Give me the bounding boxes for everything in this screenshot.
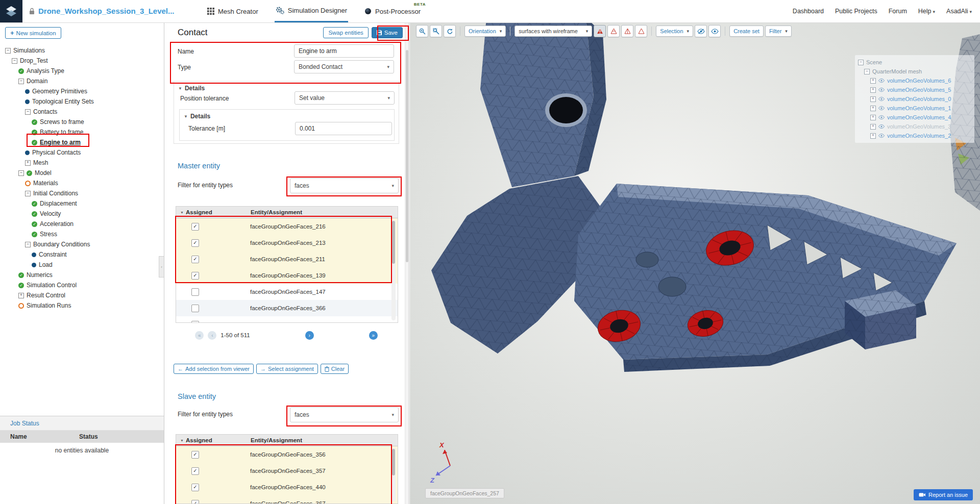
tree-item-label[interactable]: Numerics — [27, 271, 53, 279]
tree-item-model[interactable]: −✓Model — [0, 168, 164, 178]
nav-public-projects[interactable]: Public Projects — [835, 8, 877, 15]
orientation-dropdown[interactable]: Orientation▾ — [464, 26, 506, 37]
table-scrollbar[interactable] — [391, 448, 396, 501]
tree-item-label[interactable]: Geometry Primitives — [32, 88, 87, 95]
entity-checkbox[interactable]: ✓ — [191, 256, 199, 263]
filter-dropdown[interactable]: Filter▾ — [765, 26, 792, 37]
tree-item-screws-to-frame[interactable]: ✓Screws to frame — [0, 117, 164, 127]
entity-checkbox[interactable]: ✓ — [191, 467, 199, 475]
tree-item-label[interactable]: Analysis Type — [27, 67, 64, 74]
hide-selection-button[interactable] — [695, 25, 707, 37]
tree-item-label[interactable]: Mesh — [33, 159, 48, 166]
slave-filter-select[interactable]: faces▾ — [290, 407, 399, 422]
save-button[interactable]: Save — [372, 27, 403, 38]
tree-item-simulations[interactable]: −Simulations — [0, 45, 164, 56]
eye-icon[interactable] — [878, 97, 885, 101]
eye-icon[interactable] — [878, 88, 885, 92]
tree-item-label[interactable]: Displacement — [40, 200, 77, 207]
scene-volume-item[interactable]: +volumeOnGeoVolumes_3 — [858, 122, 971, 131]
tree-item-label[interactable]: Engine to arm — [40, 139, 81, 146]
tree-item-label[interactable]: Battery to frame — [40, 129, 83, 136]
tree-item-geometry-primitives[interactable]: Geometry Primitives — [0, 86, 164, 96]
tree-item-physical-contacts[interactable]: Physical Contacts — [0, 147, 164, 158]
eye-icon[interactable] — [878, 115, 885, 119]
sort-desc-icon[interactable]: ▼ — [180, 211, 184, 214]
entity-checkbox[interactable] — [191, 321, 199, 323]
report-issue-button[interactable]: Report an issue — [914, 489, 973, 500]
tolerance-input[interactable] — [295, 122, 392, 135]
entity-checkbox[interactable]: ✓ — [191, 500, 199, 504]
add-selection-button[interactable]: ← Add selection from viewer — [174, 364, 254, 374]
tree-item-displacement[interactable]: ✓Displacement — [0, 198, 164, 209]
tree-item-label[interactable]: Boundary Conditions — [33, 241, 90, 248]
scene-volume-item[interactable]: +volumeOnGeoVolumes_1 — [858, 104, 971, 113]
tree-item-label[interactable]: Simulation Runs — [27, 302, 71, 309]
tree-item-label[interactable]: Topological Entity Sets — [32, 98, 94, 105]
tree-item-materials[interactable]: Materials — [0, 178, 164, 188]
sidebar-collapse-handle[interactable]: ‹ — [159, 256, 164, 278]
name-input[interactable] — [294, 44, 394, 58]
select-assignment-button[interactable]: → Select assignment — [256, 364, 318, 374]
scene-volume-item[interactable]: +volumeOnGeoVolumes_0 — [858, 94, 971, 104]
tree-item-mesh[interactable]: +Mesh — [0, 158, 164, 168]
render-mode-select[interactable]: surfaces with wireframe▾ — [514, 26, 592, 37]
sort-desc-icon[interactable]: ▼ — [180, 439, 184, 442]
tree-item-label[interactable]: Constraint — [39, 251, 67, 258]
entity-row[interactable]: ✓faceGroupOnGeoFaces_211 — [176, 251, 398, 267]
entity-checkbox[interactable]: ✓ — [191, 451, 199, 459]
expand-icon[interactable]: + — [870, 106, 876, 111]
tree-item-simulation-runs[interactable]: Simulation Runs — [0, 300, 164, 311]
tree-item-label[interactable]: Initial Conditions — [33, 190, 78, 197]
entity-row[interactable]: ✓faceGroupOnGeoFaces_139 — [176, 267, 398, 284]
tree-item-contacts[interactable]: −Contacts — [0, 107, 164, 117]
tree-item-velocity[interactable]: ✓Velocity — [0, 209, 164, 219]
tab-post-processor[interactable]: Post-Processor BETA — [363, 0, 422, 22]
mesh-quality-toggle-3[interactable] — [621, 25, 633, 37]
entity-checkbox[interactable] — [191, 305, 199, 312]
project-title[interactable]: Drone_Workshop_Session_3_Level... — [38, 7, 175, 15]
expand-icon[interactable]: + — [870, 87, 876, 93]
tab-simulation-designer[interactable]: Simulation Designer — [275, 0, 348, 22]
scene-mesh[interactable]: − QuarterModel mesh — [858, 67, 971, 76]
entity-row[interactable]: ✓faceGroupOnGeoFaces_367 — [176, 495, 398, 504]
entity-checkbox[interactable]: ✓ — [191, 272, 199, 280]
entity-row[interactable]: faceGroupOnGeoFaces_147 — [176, 284, 398, 300]
tree-item-analysis-type[interactable]: ✓Analysis Type — [0, 66, 164, 76]
expand-icon[interactable]: + — [870, 78, 876, 84]
tree-item-acceleration[interactable]: ✓Acceleration — [0, 219, 164, 229]
last-page-button[interactable]: » — [369, 331, 378, 340]
tree-item-label[interactable]: Screws to frame — [40, 118, 84, 125]
tree-item-boundary-conditions[interactable]: −Boundary Conditions — [0, 239, 164, 249]
entity-row[interactable]: ✓faceGroupOnGeoFaces_356 — [176, 446, 398, 463]
tree-item-label[interactable]: Model — [35, 169, 52, 177]
tree-item-label[interactable]: Result Control — [27, 292, 65, 299]
scene-volume-item[interactable]: +volumeOnGeoVolumes_2 — [858, 131, 971, 140]
entity-row[interactable]: ✓faceGroupOnGeoFaces_440 — [176, 479, 398, 495]
entity-checkbox[interactable]: ✓ — [191, 484, 199, 491]
clear-button[interactable]: Clear — [321, 364, 349, 374]
selection-dropdown[interactable]: Selection▾ — [656, 26, 693, 37]
entity-row[interactable]: ✓faceGroupOnGeoFaces_357 — [176, 463, 398, 479]
tree-item-simulation-control[interactable]: ✓Simulation Control — [0, 280, 164, 290]
position-tolerance-select[interactable]: Set value▾ — [295, 91, 395, 105]
expand-icon[interactable]: + — [870, 96, 876, 102]
collapse-icon[interactable]: − — [5, 48, 11, 54]
viewer-3d[interactable]: X Z Orientation▾ surfaces with wireframe… — [410, 23, 980, 504]
collapse-icon[interactable]: − — [25, 109, 31, 115]
tree-item-constraint[interactable]: Constraint — [0, 249, 164, 260]
tree-item-result-control[interactable]: +Result Control — [0, 290, 164, 300]
tree-item-initial-conditions[interactable]: −Initial Conditions — [0, 188, 164, 198]
nav-help[interactable]: Help▾ — [918, 8, 935, 15]
reset-view-button[interactable] — [444, 25, 456, 37]
zoom-in-button[interactable] — [416, 25, 428, 37]
tree-item-numerics[interactable]: ✓Numerics — [0, 270, 164, 280]
entity-row[interactable]: faceGroupOnGeoFaces_366 — [176, 300, 398, 316]
panel-scrollbar[interactable] — [405, 23, 409, 504]
app-logo[interactable] — [0, 0, 22, 22]
tree-item-label[interactable]: Stress — [40, 231, 57, 238]
tree-item-label[interactable]: Simulations — [13, 47, 45, 54]
master-filter-select[interactable]: faces▾ — [290, 178, 399, 193]
scene-volume-item[interactable]: +volumeOnGeoVolumes_5 — [858, 85, 971, 94]
entity-row[interactable]: ✓faceGroupOnGeoFaces_213 — [176, 235, 398, 251]
tree-item-label[interactable]: Simulation Control — [27, 282, 77, 289]
